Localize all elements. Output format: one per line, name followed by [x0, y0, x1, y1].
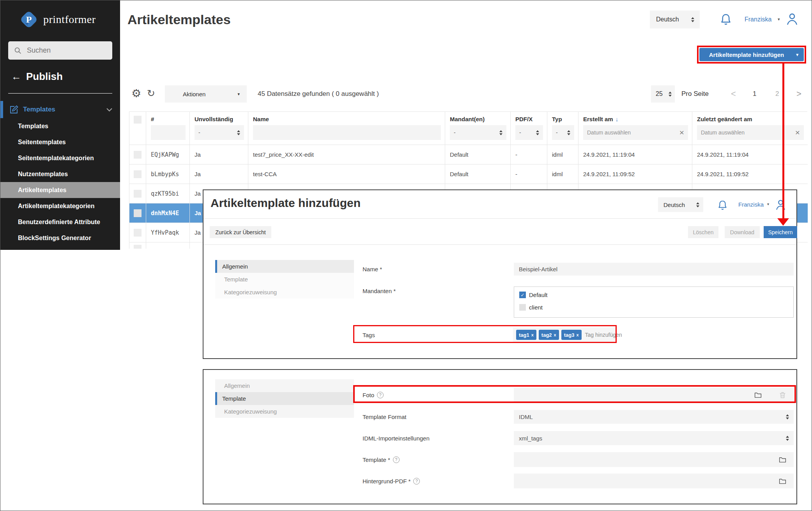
notification-bell-icon[interactable]	[719, 12, 733, 27]
filter-pdfx[interactable]: -	[515, 125, 543, 140]
sidebar-section-templates[interactable]: Templates	[0, 101, 120, 118]
search-input[interactable]	[27, 46, 105, 55]
cell-id[interactable]: EQjKAPWg	[146, 145, 190, 164]
template-format-select[interactable]: IDML	[514, 410, 794, 424]
column-header-mandant[interactable]: Mandant(en) -	[445, 112, 511, 145]
column-header-unvollstaendig[interactable]: Unvollständig -	[190, 112, 248, 145]
filter-zuletzt-geaendert[interactable]: ×	[697, 125, 804, 140]
sort-desc-icon[interactable]: ↓	[616, 116, 619, 122]
language-select[interactable]: Deutsch	[650, 11, 700, 28]
refresh-icon[interactable]: ↻	[147, 88, 155, 99]
table-row-checkbox[interactable]	[129, 184, 146, 203]
nav-allgemein[interactable]: Allgemein	[215, 379, 354, 392]
page-prev[interactable]: <	[731, 85, 736, 103]
checkbox-unchecked-icon[interactable]	[519, 304, 526, 311]
add-template-button[interactable]: Artikeltemplate hinzufügen ▾	[699, 48, 804, 61]
folder-icon[interactable]	[778, 456, 787, 464]
clear-icon[interactable]: ×	[679, 128, 684, 137]
table-row-checkbox[interactable]	[129, 242, 146, 249]
filter-typ[interactable]: -	[552, 125, 574, 140]
filter-id-input[interactable]	[155, 129, 182, 136]
template-file-field[interactable]	[514, 452, 794, 467]
sidebar-item-blocksettings-generator[interactable]: BlockSettings Generator	[0, 230, 120, 246]
user-menu[interactable]: Franziska	[738, 201, 764, 208]
tag-chip[interactable]: tag2 x	[539, 330, 559, 340]
background-pdf-field[interactable]	[514, 474, 794, 488]
cell-name[interactable]: test7_price_XX-XX-edit	[248, 145, 445, 164]
mandant-option-client[interactable]: client	[519, 304, 543, 311]
caret-down-icon[interactable]: ▾	[778, 17, 780, 22]
add-tag-button[interactable]: Tag hinzufügen	[585, 332, 622, 338]
nav-kategoriezuweisung[interactable]: Kategoriezuweisung	[215, 405, 354, 418]
page-number-1[interactable]: 1	[753, 85, 756, 103]
nav-allgemein[interactable]: Allgemein	[215, 260, 354, 273]
help-icon[interactable]: ?	[393, 456, 400, 463]
page-number-2[interactable]: 2	[775, 85, 779, 103]
column-header-pdfx[interactable]: PDF/X -	[511, 112, 547, 145]
cell-id[interactable]: qzKT95bi	[146, 184, 190, 203]
sidebar-item-seitentemplates[interactable]: Seitentemplates	[0, 134, 120, 150]
column-header-zuletzt-geaendert[interactable]: Zuletzt geändert am ×	[692, 112, 808, 145]
table-row-checkbox[interactable]	[129, 145, 146, 164]
cell-id[interactable]: bLmbypKs	[146, 164, 190, 184]
cell-name[interactable]: test-CCA	[248, 164, 445, 184]
notification-bell-icon[interactable]	[716, 199, 729, 212]
nav-kategoriezuweisung[interactable]: Kategoriezuweisung	[215, 286, 354, 299]
remove-tag-icon[interactable]: x	[531, 332, 534, 337]
column-header-id[interactable]: #	[146, 112, 190, 145]
sidebar-item-templates[interactable]: Templates	[0, 118, 120, 134]
table-row-checkbox[interactable]	[129, 203, 146, 223]
table-row-checkbox[interactable]	[129, 164, 146, 184]
sidebar-item-benutzerdefinierte-attribute[interactable]: Benutzerdefinierte Attribute	[0, 214, 120, 230]
mandant-option-default[interactable]: ✓ Default	[519, 292, 548, 298]
tag-chip[interactable]: tag1 x	[516, 330, 536, 340]
sidebar-item-seitentemplatekategorien[interactable]: Seitentemplatekategorien	[0, 150, 120, 166]
folder-icon[interactable]	[778, 477, 787, 485]
language-select[interactable]: Deutsch	[658, 197, 703, 212]
save-button[interactable]: Speichern	[764, 226, 797, 238]
nav-template[interactable]: Template	[215, 392, 354, 405]
help-icon[interactable]: ?	[377, 392, 384, 398]
avatar-icon[interactable]	[785, 11, 800, 27]
name-input[interactable]	[519, 266, 789, 272]
user-menu[interactable]: Franziska	[745, 16, 771, 23]
actions-dropdown[interactable]: Aktionen ▾	[165, 85, 247, 103]
remove-tag-icon[interactable]: x	[554, 332, 556, 337]
checkbox-checked-icon[interactable]: ✓	[519, 292, 526, 298]
filter-erstellt-am[interactable]: ×	[583, 125, 688, 140]
remove-tag-icon[interactable]: x	[576, 332, 578, 337]
date-to-input[interactable]	[701, 129, 795, 136]
sidebar-search[interactable]	[8, 41, 112, 60]
filter-unvollstaendig[interactable]: -	[195, 125, 244, 140]
avatar-icon[interactable]	[774, 198, 787, 212]
tag-chip[interactable]: tag3 x	[561, 330, 582, 340]
date-from-input[interactable]	[587, 129, 679, 136]
trash-icon[interactable]	[778, 391, 787, 399]
idml-import-select[interactable]: xml_tags	[514, 431, 794, 445]
nav-template[interactable]: Template	[215, 273, 354, 286]
table-row-checkbox[interactable]	[129, 223, 146, 242]
sidebar-item-nutzentemplates[interactable]: Nutzentemplates	[0, 166, 120, 182]
page-next[interactable]: >	[796, 85, 801, 103]
column-header-name[interactable]: Name	[248, 112, 445, 145]
filter-mandant[interactable]: -	[450, 125, 506, 140]
delete-button[interactable]: Löschen	[688, 226, 718, 238]
per-page-select[interactable]: 25	[651, 85, 675, 103]
download-button[interactable]: Download	[725, 226, 760, 238]
cell-id[interactable]: dnhMxN4E	[146, 203, 190, 223]
help-icon[interactable]: ?	[413, 478, 420, 484]
filter-name-input[interactable]	[257, 129, 437, 136]
sidebar-item-artikeltemplatekategorien[interactable]: Artikeltemplatekategorien	[0, 198, 120, 214]
tags-field[interactable]: tag1 x tag2 x tag3 x Tag hinzufügen	[513, 327, 616, 342]
cell-id[interactable]: YfHvPaqk	[146, 223, 190, 242]
foto-field[interactable]	[514, 388, 794, 402]
filter-name[interactable]	[253, 125, 441, 140]
back-to-overview-button[interactable]: Zurück zur Übersicht	[210, 226, 271, 238]
back-nav-publish[interactable]: ← Publish	[11, 71, 63, 83]
column-header-typ[interactable]: Typ -	[547, 112, 578, 145]
select-all-checkbox[interactable]	[134, 116, 142, 124]
filter-id[interactable]	[151, 125, 186, 140]
column-header-erstellt-am[interactable]: Erstellt am ↓ ×	[578, 112, 692, 145]
clear-icon[interactable]: ×	[795, 128, 800, 137]
settings-gear-icon[interactable]: ⚙	[131, 87, 141, 100]
